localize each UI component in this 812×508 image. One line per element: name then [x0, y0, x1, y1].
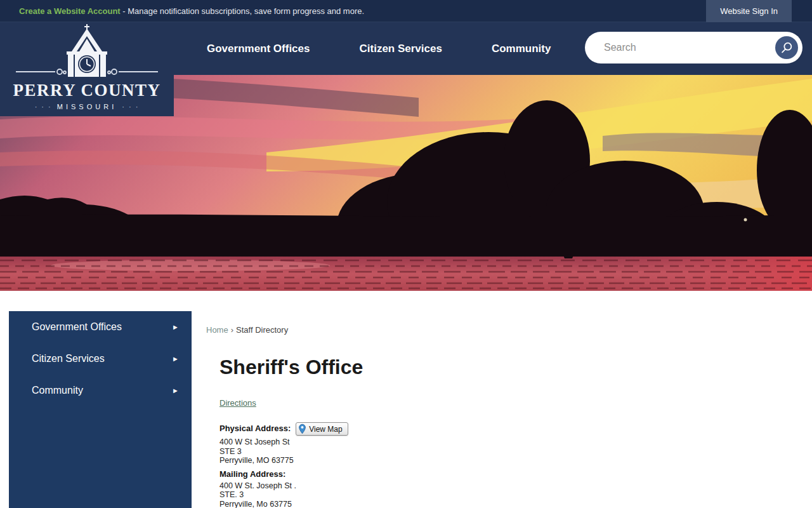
website-signin-button[interactable]: Website Sign In	[706, 0, 792, 22]
search-bar	[585, 32, 802, 64]
search-icon	[780, 41, 794, 55]
map-pin-icon	[298, 424, 306, 434]
address-line: 400 W St Joseph St	[219, 438, 429, 447]
mailing-address-block: Mailing Address: 400 W St. Joseph St . S…	[219, 470, 429, 508]
nav-citizen-services[interactable]: Citizen Services	[360, 43, 442, 55]
sidebar-item-label: Community	[32, 385, 83, 396]
physical-address-block: Physical Address: View Map 400 W St Jose…	[219, 422, 429, 465]
chevron-right-icon: ►	[172, 323, 179, 331]
breadcrumb-home-link[interactable]: Home	[206, 325, 228, 335]
address-line: STE. 3	[219, 490, 429, 500]
breadcrumb-current: Staff Directory	[236, 325, 288, 335]
address-line: STE 3	[219, 447, 429, 457]
nav-community[interactable]: Community	[492, 43, 551, 55]
logo-state: MISSOURI	[57, 103, 117, 110]
breadcrumb: Home›Staff Directory	[206, 325, 288, 335]
page-title: Sheriff's Office	[219, 356, 363, 379]
top-utility-bar: Create a Website Account - Manage notifi…	[0, 0, 812, 22]
main-nav: Government Offices Citizen Services Comm…	[207, 22, 551, 75]
sidebar-item-government-offices[interactable]: Government Offices ►	[9, 311, 192, 343]
logo-subtitle: · · · MISSOURI · · ·	[0, 103, 174, 110]
chevron-right-icon: ►	[172, 387, 179, 394]
physical-address-label: Physical Address:	[219, 424, 291, 434]
logo-dots-right: · · ·	[122, 103, 139, 110]
view-map-label: View Map	[309, 425, 342, 434]
sidebar-menu: Government Offices ► Citizen Services ► …	[9, 311, 192, 508]
account-promo: Create a Website Account - Manage notifi…	[0, 6, 364, 16]
sidebar-item-community[interactable]: Community ►	[9, 375, 192, 406]
courthouse-tower-icon	[0, 22, 174, 81]
sidebar-item-label: Citizen Services	[32, 353, 105, 364]
view-map-button[interactable]: View Map	[296, 422, 348, 436]
nav-government-offices[interactable]: Government Offices	[207, 43, 310, 55]
account-promo-text: - Manage notification subscriptions, sav…	[121, 6, 364, 16]
directions-link[interactable]: Directions	[219, 398, 256, 408]
chevron-right-icon: ►	[172, 355, 179, 363]
mailing-address-label: Mailing Address:	[219, 470, 285, 479]
site-logo[interactable]: PERRY COUNTY · · · MISSOURI · · ·	[0, 22, 174, 116]
create-account-link[interactable]: Create a Website Account	[19, 6, 121, 16]
search-input[interactable]	[604, 42, 763, 53]
logo-title: PERRY COUNTY	[0, 82, 174, 99]
address-line: Perryville, Mo 63775	[219, 500, 429, 508]
breadcrumb-separator: ›	[228, 325, 236, 335]
address-line: 400 W St. Joseph St .	[219, 481, 429, 491]
search-button[interactable]	[775, 36, 798, 59]
logo-dots-left: · · ·	[35, 103, 52, 110]
address-line: Perryville, MO 63775	[219, 456, 429, 465]
sidebar-item-citizen-services[interactable]: Citizen Services ►	[9, 343, 192, 375]
sidebar-item-label: Government Offices	[32, 321, 122, 333]
